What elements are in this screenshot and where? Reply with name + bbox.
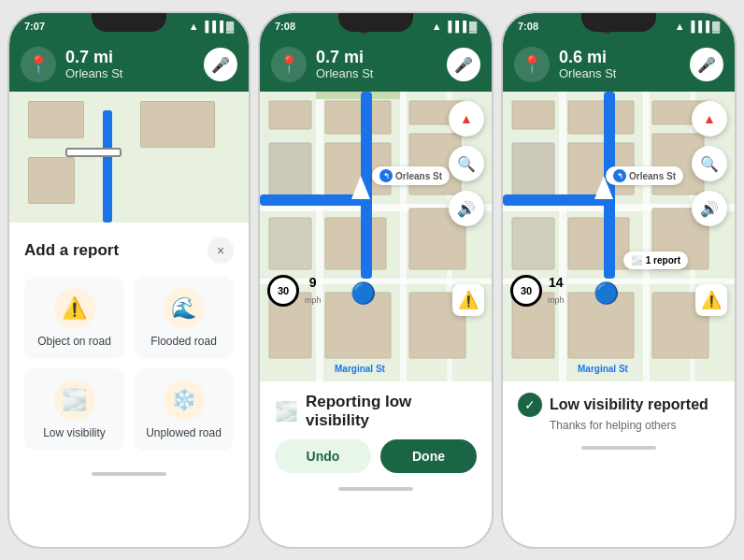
nav-text-1: 0.7 mi Orleans St	[65, 49, 194, 81]
mic-button-3[interactable]: 🎤	[690, 48, 723, 81]
time-3: 7:08	[518, 21, 538, 32]
battery-icon: ▓	[226, 21, 234, 32]
audio-icon-2: 🔊	[457, 200, 476, 218]
nav-distance-3: 0.6 mi	[559, 49, 680, 67]
flooded-road-icon: 🌊	[164, 288, 205, 329]
search-icon-2: 🔍	[457, 155, 476, 173]
user-location-2: 🔵	[350, 280, 376, 307]
signal-icon-2: ▐▐▐	[445, 21, 466, 32]
compass-btn-3[interactable]: ▲	[692, 101, 727, 136]
object-road-icon: ⚠️	[54, 288, 95, 329]
reported-sub-3: Thanks for helping others	[550, 419, 720, 432]
speed-current-3: 14 mph	[548, 275, 565, 307]
signal-icon: ▐▐▐	[202, 21, 223, 32]
home-indicator-2	[260, 481, 492, 497]
audio-btn-2[interactable]: 🔊	[449, 191, 484, 226]
nav-header-2: 📍 0.7 mi Orleans St 🎤	[260, 39, 492, 92]
speed-current-2: 9 mph	[305, 275, 322, 307]
report-badge-text: 1 report	[646, 255, 680, 266]
building	[28, 101, 84, 138]
nav-distance-1: 0.7 mi	[65, 49, 194, 67]
reported-row-3: ✓ Low visibility reported	[518, 393, 720, 417]
phone-1: 7:07 ▲ ▐▐▐ ▓ 📍 0.7 mi Orleans St 🎤 Add a…	[7, 11, 250, 549]
speed-box-3: 30 14 mph	[510, 275, 565, 307]
reported-title-3: Low visibility reported	[550, 396, 708, 413]
svg-rect-12	[325, 218, 386, 269]
notch-2	[338, 13, 413, 32]
audio-btn-3[interactable]: 🔊	[692, 191, 727, 226]
zoom-btn-3[interactable]: 🔍	[692, 146, 727, 181]
nav-turn-icon-2: 📍	[279, 54, 299, 75]
nav-icon-2: 📍	[271, 47, 307, 82]
nav-text-2: 0.7 mi Orleans St	[316, 49, 437, 81]
phone-2: 7:08 ▲ ▐▐▐ ▓ 📍 0.7 mi Orleans St 🎤	[258, 11, 494, 549]
wifi-icon-2: ▲	[432, 21, 442, 32]
action-btns-2: Undo Done	[275, 439, 477, 473]
warning-btn-3[interactable]: ⚠️	[695, 284, 727, 316]
marginal-label-2: Marginal St	[335, 364, 385, 374]
building	[140, 101, 215, 148]
compass-btn-2[interactable]: ▲	[449, 101, 484, 136]
svg-rect-32	[512, 218, 554, 269]
time-2: 7:08	[275, 21, 295, 32]
report-badge-icon: 🌫️	[631, 255, 642, 266]
map-area-1	[9, 92, 249, 223]
undo-button[interactable]: Undo	[275, 439, 371, 473]
battery-icon-2: ▓	[469, 21, 477, 32]
phone-3: 7:08 ▲ ▐▐▐ ▓ 📍 0.6 mi Orleans St 🎤	[501, 11, 737, 549]
reporting-text-2: Reporting low visibility	[306, 393, 477, 430]
report-item-visibility[interactable]: 🌫️ Low visibility	[24, 368, 124, 451]
report-item-object[interactable]: ⚠️ Object on road	[24, 277, 124, 359]
street-name-3: Orleans St	[629, 171, 676, 181]
status-icons-1: ▲ ▐▐▐ ▓	[189, 21, 234, 32]
sheet-header: Add a report ×	[24, 237, 234, 264]
map-svg-3	[503, 92, 735, 381]
map-svg-2	[260, 92, 492, 381]
close-button[interactable]: ×	[207, 237, 234, 264]
svg-rect-2	[316, 92, 323, 381]
home-indicator-3	[503, 439, 735, 456]
time-1: 7:07	[24, 21, 45, 32]
notch-1	[92, 13, 166, 32]
warning-btn-2[interactable]: ⚠️	[452, 284, 484, 316]
nav-header-1: 📍 0.7 mi Orleans St 🎤	[9, 39, 249, 92]
home-indicator-1	[9, 466, 249, 482]
compass-icon-2: ▲	[460, 111, 473, 126]
building	[28, 157, 75, 204]
wifi-icon-3: ▲	[675, 21, 685, 32]
nav-distance-2: 0.7 mi	[316, 49, 437, 67]
svg-rect-6	[325, 101, 391, 134]
nav-turn-icon-3: 📍	[522, 54, 542, 75]
speed-limit-2: 30	[267, 275, 299, 307]
mic-button-2[interactable]: 🎤	[447, 48, 480, 81]
report-item-flooded[interactable]: 🌊 Flooded road	[134, 277, 234, 359]
nav-street-1: Orleans St	[65, 66, 194, 80]
svg-rect-17	[316, 92, 400, 99]
mic-button-1[interactable]: 🎤	[204, 48, 237, 81]
report-item-unplowed[interactable]: ❄️ Unplowed road	[134, 368, 234, 451]
audio-icon-3: 🔊	[700, 200, 719, 218]
svg-rect-24	[643, 92, 650, 381]
svg-rect-29	[512, 143, 554, 194]
turn-arrow-3: ↰	[613, 169, 626, 182]
road-h-1	[65, 148, 122, 157]
nav-street-2: Orleans St	[316, 66, 437, 80]
svg-rect-26	[512, 101, 554, 129]
speed-limit-3: 30	[510, 275, 542, 307]
svg-rect-33	[568, 218, 629, 269]
reporting-icon-2: 🌫️	[275, 400, 298, 423]
reported-bar-3: ✓ Low visibility reported Thanks for hel…	[503, 381, 735, 439]
search-icon-3: 🔍	[700, 155, 719, 173]
zoom-btn-2[interactable]: 🔍	[449, 146, 484, 181]
nav-header-3: 📍 0.6 mi Orleans St 🎤	[503, 39, 735, 92]
status-icons-3: ▲ ▐▐▐ ▓	[675, 21, 720, 32]
done-button[interactable]: Done	[380, 439, 477, 473]
route-line-1	[103, 110, 112, 223]
home-bar-3	[581, 446, 656, 450]
report-badge-3: 🌫️ 1 report	[623, 251, 688, 269]
svg-rect-3	[400, 92, 407, 381]
turn-arrow-2: ↰	[379, 169, 393, 182]
report-grid: ⚠️ Object on road 🌊 Flooded road 🌫️ Low …	[24, 277, 234, 451]
street-name-2: Orleans St	[395, 171, 442, 181]
battery-icon-3: ▓	[712, 21, 720, 32]
